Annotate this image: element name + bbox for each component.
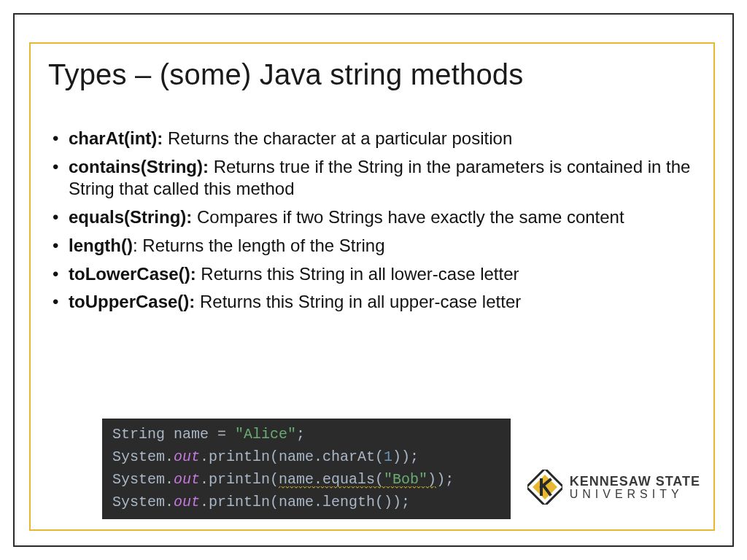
method-term: length() [69,236,133,255]
ksu-logo-icon [527,470,562,505]
method-desc: Returns this String in all lower-case le… [196,264,519,284]
list-item: length(): Returns the length of the Stri… [53,235,696,257]
method-desc: Compares if two Strings have exactly the… [192,207,624,227]
logo-text: KENNESAW STATE UNIVERSITY [570,475,700,500]
method-desc: Returns this String in all upper-case le… [195,292,521,311]
logo-line2: UNIVERSITY [570,489,700,500]
method-term: toLowerCase(): [69,264,196,284]
method-term: toUpperCase(): [69,292,195,311]
code-line: String name = "Alice"; [112,423,500,446]
ide-warning-underline: "Bob" [384,471,427,489]
list-item: toUpperCase(): Returns this String in al… [53,291,696,314]
method-desc: Returns the character at a particular po… [163,128,512,148]
list-item: charAt(int): Returns the character at a … [53,128,696,150]
method-desc: : Returns the length of the String [133,236,385,255]
ide-warning-underline: name.equals( [279,471,384,489]
university-logo: KENNESAW STATE UNIVERSITY [527,470,700,505]
list-item: equals(String): Compares if two Strings … [53,206,696,229]
code-block: String name = "Alice"; System.out.printl… [102,419,511,519]
code-line: System.out.println(name.length()); [112,491,500,513]
slide-content: Types – (some) Java string methods charA… [48,58,696,319]
logo-line1: KENNESAW STATE [570,475,700,488]
ide-warning-underline: ) [427,471,436,489]
outer-frame: Types – (some) Java string methods charA… [13,13,734,547]
list-item: toLowerCase(): Returns this String in al… [53,263,696,286]
method-term: contains(String): [69,157,209,176]
method-term: charAt(int): [69,128,163,148]
bullet-list: charAt(int): Returns the character at a … [48,128,696,314]
method-term: equals(String): [69,207,192,227]
slide-title: Types – (some) Java string methods [48,58,696,91]
list-item: contains(String): Returns true if the St… [53,156,696,201]
code-line: System.out.println(name.charAt(1)); [112,446,500,468]
code-line: System.out.println(name.equals("Bob")); [112,468,500,491]
